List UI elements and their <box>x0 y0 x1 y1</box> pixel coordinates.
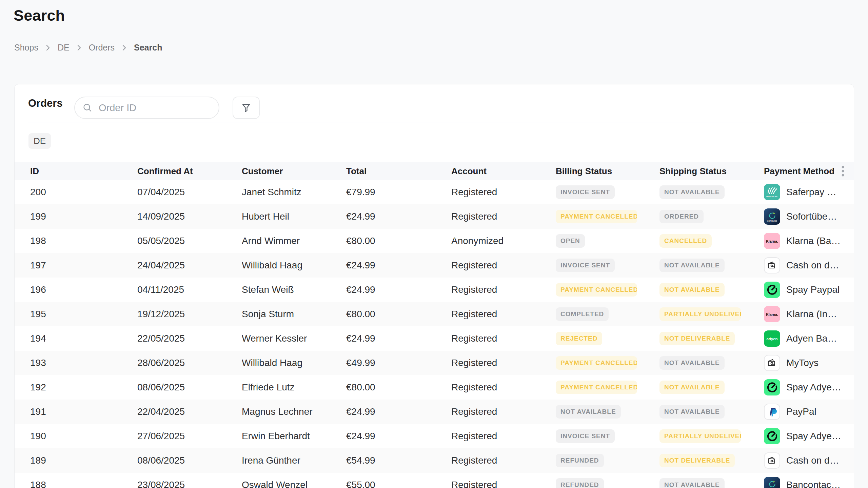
shipping-status-badge: NOT DELIVERABLE <box>659 454 735 467</box>
order-row-192[interactable]: 19208/06/2025Elfriede Lutz€80.00Register… <box>15 375 854 400</box>
column-header-account[interactable]: Account <box>451 166 556 177</box>
confirmed-at-cell: 22/04/2025 <box>137 406 242 417</box>
total-cell: €55.00 <box>346 480 451 488</box>
order-row-199[interactable]: 19914/09/2025Hubert Heil€24.99Registered… <box>15 204 854 229</box>
shipping-status-cell: CANCELLED <box>659 234 764 248</box>
breadcrumb-item-de[interactable]: DE <box>58 43 70 53</box>
customer-cell: Werner Kessler <box>242 333 346 344</box>
billing-status-badge: PAYMENT CANCELLED <box>556 381 637 394</box>
column-header-shipping-status[interactable]: Shipping Status <box>659 166 764 177</box>
paypal-icon <box>764 404 780 420</box>
order-row-190[interactable]: 19027/06/2025Erwin Eberhardt€24.99Regist… <box>15 424 854 448</box>
account-cell: Registered <box>451 431 556 442</box>
shipping-status-cell: PARTIALLY UNDELIVERED <box>659 307 764 321</box>
column-header-payment-method[interactable]: Payment Method <box>764 166 854 177</box>
order-id-cell: 191 <box>30 406 137 417</box>
payment-method-label: Adyen Ba… <box>786 333 837 344</box>
total-cell: €54.99 <box>346 455 451 466</box>
filter-button[interactable] <box>233 97 260 119</box>
confirmed-at-cell: 23/08/2025 <box>137 480 242 488</box>
svg-text:Computop: Computop <box>767 220 777 222</box>
order-id-cell: 197 <box>30 260 137 271</box>
order-row-193[interactable]: 19328/06/2025Willibald Haag€49.99Registe… <box>15 351 854 375</box>
account-cell: Registered <box>451 187 556 198</box>
account-cell: Registered <box>451 480 556 488</box>
column-header-customer[interactable]: Customer <box>242 166 346 177</box>
billing-status-badge: REFUNDED <box>556 454 604 467</box>
billing-status-cell: OPEN <box>556 234 659 248</box>
shipping-status-cell: NOT DELIVERABLE <box>659 332 764 345</box>
order-row-196[interactable]: 19604/11/2025Stefan Weiß€24.99Registered… <box>15 278 854 302</box>
customer-cell: Erwin Eberhardt <box>242 431 346 442</box>
adyen-icon: adyen <box>764 330 780 347</box>
spay-icon <box>764 379 780 395</box>
shipping-status-badge: NOT AVAILABLE <box>659 405 725 419</box>
shop-filter-chip[interactable]: DE <box>28 133 51 149</box>
shipping-status-badge: CANCELLED <box>659 234 712 248</box>
shipping-status-cell: NOT AVAILABLE <box>659 356 764 370</box>
shipping-status-badge: NOT AVAILABLE <box>659 478 725 488</box>
order-row-189[interactable]: 18908/06/2025Irena Günther€54.99Register… <box>15 448 854 473</box>
payment-method-cell: WORLDLINESaferpay … <box>764 184 854 200</box>
order-row-195[interactable]: 19519/12/2025Sonja Sturm€80.00Registered… <box>15 302 854 326</box>
billing-status-badge: PAYMENT CANCELLED <box>556 356 637 370</box>
page-title: Search <box>14 7 65 24</box>
payment-method-cell: Spay Adye… <box>764 379 854 395</box>
column-header-confirmed-at[interactable]: Confirmed At <box>137 166 242 177</box>
payment-method-label: Spay Adye… <box>786 431 841 442</box>
customer-cell: Sonja Sturm <box>242 309 346 320</box>
order-row-191[interactable]: 19122/04/2025Magnus Lechner€24.99Registe… <box>15 400 854 424</box>
billing-status-badge: COMPLETED <box>556 307 609 321</box>
payment-method-cell: adyenAdyen Ba… <box>764 330 854 347</box>
confirmed-at-cell: 08/06/2025 <box>137 382 242 393</box>
total-cell: €24.99 <box>346 333 451 344</box>
spay-icon <box>764 428 780 444</box>
payment-method-label: Spay Paypal <box>786 284 840 295</box>
shipping-status-cell: PARTIALLY UNDELIVERED <box>659 429 764 443</box>
billing-status-badge: NOT AVAILABLE <box>556 405 621 419</box>
confirmed-at-cell: 27/06/2025 <box>137 431 242 442</box>
order-row-200[interactable]: 20007/04/2025Janet Schmitz€79.99Register… <box>15 180 854 204</box>
shipping-status-badge: PARTIALLY UNDELIVERED <box>659 307 741 321</box>
order-row-194[interactable]: 19422/05/2025Werner Kessler€24.99Registe… <box>15 326 854 351</box>
account-cell: Registered <box>451 358 556 368</box>
column-options-button[interactable] <box>841 165 845 177</box>
customer-cell: Oswald Wenzel <box>242 480 346 488</box>
column-header-total[interactable]: Total <box>346 166 451 177</box>
order-id-cell: 192 <box>30 382 137 393</box>
payment-method-cell: Cash on d… <box>764 257 854 273</box>
account-cell: Registered <box>451 406 556 417</box>
billing-status-badge: REJECTED <box>556 332 602 345</box>
billing-status-cell: INVOICE SENT <box>556 185 659 199</box>
search-icon <box>82 103 93 113</box>
payment-method-label: Cash on d… <box>786 260 839 271</box>
order-row-197[interactable]: 19724/04/2025Willibald Haag€24.99Registe… <box>15 253 854 278</box>
order-id-cell: 194 <box>30 333 137 344</box>
customer-cell: Hubert Heil <box>242 211 346 222</box>
billing-status-badge: PAYMENT CANCELLED <box>556 283 637 297</box>
account-cell: Anonymized <box>451 236 556 246</box>
order-id-search[interactable] <box>74 97 219 119</box>
breadcrumb-item-orders[interactable]: Orders <box>89 43 115 53</box>
total-cell: €80.00 <box>346 382 451 393</box>
order-row-188[interactable]: 18823/08/2025Oswald Wenzel€55.00Register… <box>15 473 854 488</box>
column-header-id[interactable]: ID <box>30 166 137 177</box>
total-cell: €24.99 <box>346 284 451 295</box>
chevron-right-icon <box>46 44 50 52</box>
payment-method-label: MyToys <box>786 358 818 368</box>
chevron-right-icon <box>122 44 126 52</box>
svg-text:Klarna.: Klarna. <box>766 312 778 317</box>
cash-icon <box>764 355 780 371</box>
column-header-billing-status[interactable]: Billing Status <box>556 166 659 177</box>
order-row-198[interactable]: 19805/05/2025Arnd Wimmer€80.00Anonymized… <box>15 229 854 253</box>
order-id-input[interactable] <box>98 102 212 114</box>
shipping-status-cell: NOT AVAILABLE <box>659 185 764 199</box>
shipping-status-badge: NOT AVAILABLE <box>659 259 725 272</box>
billing-status-cell: INVOICE SENT <box>556 259 659 272</box>
account-cell: Registered <box>451 284 556 295</box>
shipping-status-cell: NOT DELIVERABLE <box>659 454 764 467</box>
billing-status-badge: INVOICE SENT <box>556 429 615 443</box>
breadcrumb-item-shops[interactable]: Shops <box>14 43 38 53</box>
order-id-cell: 195 <box>30 309 137 320</box>
account-cell: Registered <box>451 260 556 271</box>
